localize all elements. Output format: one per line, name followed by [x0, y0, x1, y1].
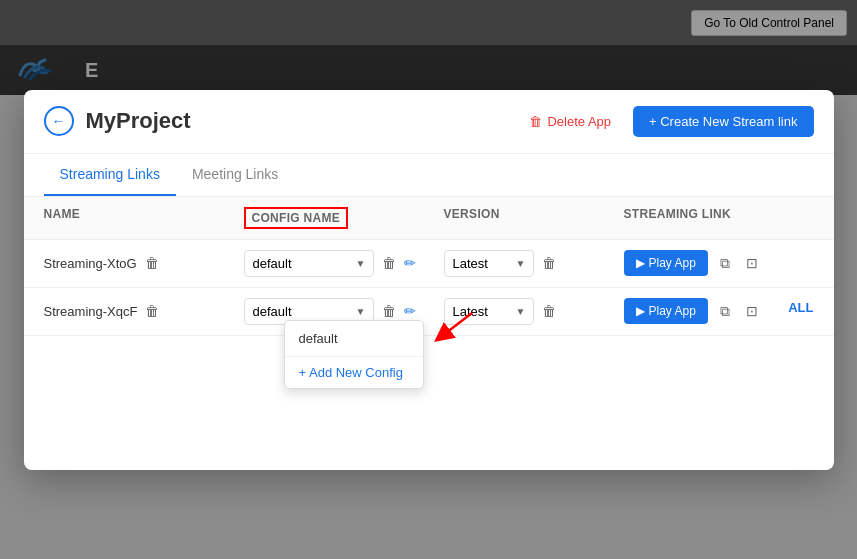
row1-config-select-wrapper: default ▼	[244, 250, 374, 277]
row1-name: Streaming-XtoG	[44, 256, 137, 271]
modal-header: ← MyProject 🗑 Delete App + Create New St…	[24, 90, 834, 154]
trash-icon-header: 🗑	[529, 114, 542, 129]
project-title: MyProject	[86, 108, 508, 134]
row2-version-trash[interactable]: 🗑	[542, 303, 556, 319]
row2-version-select[interactable]: Latest	[444, 298, 534, 325]
row1-config-edit[interactable]: ✏	[404, 255, 416, 271]
config-name-header-label: Config Name	[244, 207, 349, 229]
row2-play-button[interactable]: ▶ Play App	[624, 298, 708, 324]
table-header-row: Name Config Name Version Streaming Link	[24, 197, 834, 240]
tab-meeting-links[interactable]: Meeting Links	[176, 154, 294, 196]
delete-app-button[interactable]: 🗑 Delete App	[519, 108, 621, 135]
back-icon: ←	[52, 113, 66, 129]
all-link[interactable]: ALL	[788, 300, 813, 315]
row1-play-button[interactable]: ▶ Play App	[624, 250, 708, 276]
col-header-name: Name	[44, 207, 244, 229]
table-row: Streaming-XtoG 🗑 default ▼ 🗑 ✏	[24, 240, 834, 288]
create-new-stream-button[interactable]: + Create New Stream link	[633, 106, 813, 137]
tab-streaming-links[interactable]: Streaming Links	[44, 154, 176, 196]
row2-copy-icon[interactable]: ⧉	[716, 299, 734, 324]
row1-trash-icon[interactable]: 🗑	[145, 255, 159, 271]
row1-version-select-wrapper: Latest ▼	[444, 250, 534, 277]
back-button[interactable]: ←	[44, 106, 74, 136]
tab-bar: Streaming Links Meeting Links	[24, 154, 834, 197]
row1-config-select[interactable]: default	[244, 250, 374, 277]
row2-config-edit[interactable]: ✏	[404, 303, 416, 319]
dropdown-item-default[interactable]: default	[285, 321, 423, 356]
modal-overlay: ← MyProject 🗑 Delete App + Create New St…	[0, 0, 857, 559]
row2-name-cell: Streaming-XqcF 🗑	[44, 303, 244, 319]
row1-link-cell: ▶ Play App ⧉ ⊡	[624, 250, 814, 276]
modal-dialog: ← MyProject 🗑 Delete App + Create New St…	[24, 90, 834, 470]
row1-config-cell: default ▼ 🗑 ✏	[244, 250, 444, 277]
row1-embed-icon[interactable]: ⊡	[742, 251, 762, 275]
row2-version-select-wrapper: Latest ▼	[444, 298, 534, 325]
row1-name-cell: Streaming-XtoG 🗑	[44, 255, 244, 271]
row1-version-cell: Latest ▼ 🗑	[444, 250, 624, 277]
col-header-version: Version	[444, 207, 624, 229]
delete-app-label: Delete App	[547, 114, 611, 129]
row2-name: Streaming-XqcF	[44, 304, 138, 319]
streaming-links-table: Name Config Name Version Streaming Link …	[24, 197, 834, 336]
row1-copy-icon[interactable]: ⧉	[716, 251, 734, 276]
row2-embed-icon[interactable]: ⊡	[742, 299, 762, 323]
row2-config-trash[interactable]: 🗑	[382, 303, 396, 319]
table-row: Streaming-XqcF 🗑 default ▼ 🗑 ✏	[24, 288, 834, 336]
col-header-streaming-link: Streaming Link	[624, 207, 814, 229]
row1-version-select[interactable]: Latest	[444, 250, 534, 277]
row1-play-label: Play App	[649, 256, 696, 270]
row2-version-cell: Latest ▼ 🗑	[444, 298, 624, 325]
row2-link-cell: ▶ Play App ⧉ ⊡	[624, 298, 814, 324]
row1-config-trash[interactable]: 🗑	[382, 255, 396, 271]
row1-play-icon: ▶	[636, 256, 645, 270]
create-stream-label: + Create New Stream link	[649, 114, 797, 129]
config-dropdown-popup: default + Add New Config	[284, 320, 424, 389]
col-header-config: Config Name	[244, 207, 444, 229]
row1-version-trash[interactable]: 🗑	[542, 255, 556, 271]
row2-trash-icon[interactable]: 🗑	[145, 303, 159, 319]
add-new-config-item[interactable]: + Add New Config	[285, 357, 423, 388]
row2-play-label: Play App	[649, 304, 696, 318]
row2-play-icon: ▶	[636, 304, 645, 318]
